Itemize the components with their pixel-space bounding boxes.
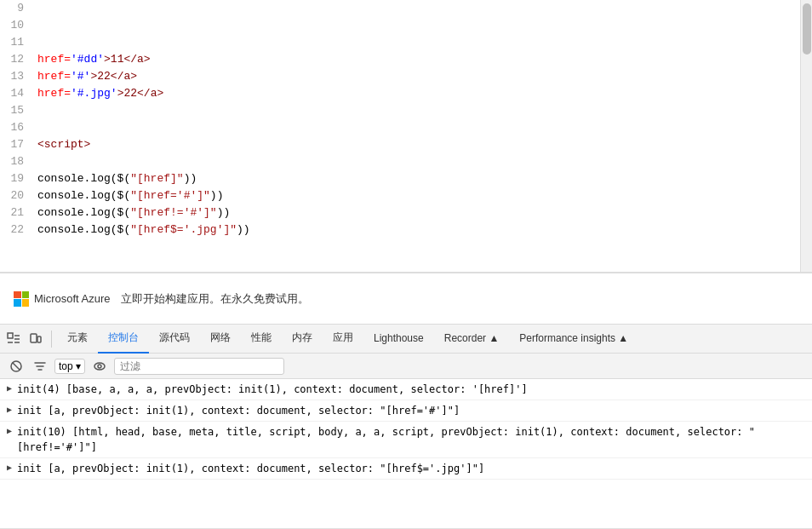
tab-源代码[interactable]: 源代码 <box>149 324 200 354</box>
svg-line-8 <box>13 363 20 370</box>
tab-内存[interactable]: 内存 <box>282 324 323 354</box>
tab-recorder-▲[interactable]: Recorder ▲ <box>434 324 510 354</box>
code-line: <script> <box>37 136 793 153</box>
level-label: top ▾ <box>59 360 81 372</box>
console-line[interactable]: ▶init [a, prevObject: init(1), context: … <box>0 458 812 480</box>
console-line[interactable]: ▶init [a, prevObject: init(1), context: … <box>0 400 812 422</box>
line-number: 9 <box>7 0 24 17</box>
code-line: console.log($("[href!='#']")) <box>37 204 793 221</box>
line-number: 22 <box>7 221 24 239</box>
tab-应用[interactable]: 应用 <box>323 324 363 354</box>
azure-brand-label: Microsoft Azure <box>34 292 111 305</box>
console-line[interactable]: ▶init(10) [html, head, base, meta, title… <box>0 422 812 458</box>
console-expand-arrow[interactable]: ▶ <box>7 405 12 415</box>
tab-list: 元素控制台源代码网络性能内存应用LighthouseRecorder ▲Perf… <box>57 324 809 354</box>
line-number: 10 <box>7 17 24 34</box>
console-expand-arrow[interactable]: ▶ <box>7 383 12 394</box>
tab-控制台[interactable]: 控制台 <box>98 324 149 354</box>
line-number: 16 <box>7 119 24 136</box>
console-expand-arrow[interactable]: ▶ <box>7 426 12 436</box>
code-line: console.log($("[href='#']")) <box>37 187 793 204</box>
console-line-text: init(10) [html, head, base, meta, title,… <box>17 424 805 455</box>
line-number: 20 <box>7 187 24 204</box>
code-line <box>37 17 793 34</box>
ad-text: 立即开始构建应用。在永久免费试用。 <box>121 291 798 307</box>
line-number: 13 <box>7 68 24 85</box>
sq-yellow <box>22 299 30 307</box>
sq-blue <box>14 299 21 307</box>
console-expand-arrow[interactable]: ▶ <box>7 463 12 473</box>
azure-squares-icon <box>14 291 29 307</box>
code-line: href='#dd'>11</a> <box>37 51 793 68</box>
azure-logo: Microsoft Azure <box>14 291 111 307</box>
console-line-text: init(4) [base, a, a, a, prevObject: init… <box>17 382 805 397</box>
line-numbers: 910111213141516171819202122 <box>0 0 31 272</box>
sq-green <box>22 291 30 299</box>
scrollbar-thumb[interactable] <box>803 3 811 55</box>
console-toolbar: top ▾ <box>0 354 812 379</box>
code-line <box>37 119 793 136</box>
filter-input[interactable] <box>114 358 284 375</box>
ad-banner: Microsoft Azure 立即开始构建应用。在永久免费试用。 <box>0 273 812 324</box>
console-output[interactable]: ▶init(4) [base, a, a, a, prevObject: ini… <box>0 379 812 528</box>
svg-point-9 <box>94 363 105 370</box>
line-number: 11 <box>7 34 24 51</box>
console-line-text: init [a, prevObject: init(1), context: d… <box>17 403 805 418</box>
line-number: 19 <box>7 170 24 187</box>
code-line <box>37 102 793 119</box>
svg-point-10 <box>98 365 101 368</box>
level-select[interactable]: top ▾ <box>54 359 85 374</box>
device-icon[interactable] <box>26 329 46 349</box>
svg-rect-5 <box>31 334 37 342</box>
tab-元素[interactable]: 元素 <box>57 324 98 354</box>
clear-console-button[interactable] <box>7 357 26 376</box>
code-line <box>37 0 793 17</box>
code-line <box>37 34 793 51</box>
tab-performance-insights-▲[interactable]: Performance insights ▲ <box>509 324 638 354</box>
code-content[interactable]: href='#dd'>11</a>href='#'>22</a>href='#.… <box>31 0 800 272</box>
filter-icon-button[interactable] <box>31 357 49 376</box>
eye-button[interactable] <box>90 357 109 376</box>
tab-性能[interactable]: 性能 <box>241 324 282 354</box>
console-line[interactable]: ▶init(4) [base, a, a, a, prevObject: ini… <box>0 379 812 400</box>
line-number: 15 <box>7 102 24 119</box>
sq-red <box>14 291 21 299</box>
line-number: 12 <box>7 51 24 68</box>
code-line <box>37 153 793 170</box>
line-number: 18 <box>7 153 24 170</box>
toolbar-divider <box>51 331 52 348</box>
line-number: 21 <box>7 204 24 221</box>
svg-rect-0 <box>8 333 13 338</box>
devtools-toolbar: 元素控制台源代码网络性能内存应用LighthouseRecorder ▲Perf… <box>0 324 812 354</box>
svg-rect-6 <box>37 336 41 342</box>
code-line: console.log($("[href]")) <box>37 170 793 187</box>
code-line: console.log($("[href$='.jpg']")) <box>37 221 793 239</box>
code-line: href='#'>22</a> <box>37 68 793 85</box>
line-number: 17 <box>7 136 24 153</box>
tab-网络[interactable]: 网络 <box>200 324 241 354</box>
inspect-icon[interactable] <box>3 329 24 349</box>
scrollbar[interactable] <box>800 0 812 272</box>
code-editor: 910111213141516171819202122 href='#dd'>1… <box>0 0 812 273</box>
code-line: href='#.jpg'>22</a> <box>37 85 793 102</box>
tab-lighthouse[interactable]: Lighthouse <box>363 324 434 354</box>
line-number: 14 <box>7 85 24 102</box>
console-line-text: init [a, prevObject: init(1), context: d… <box>17 461 805 476</box>
